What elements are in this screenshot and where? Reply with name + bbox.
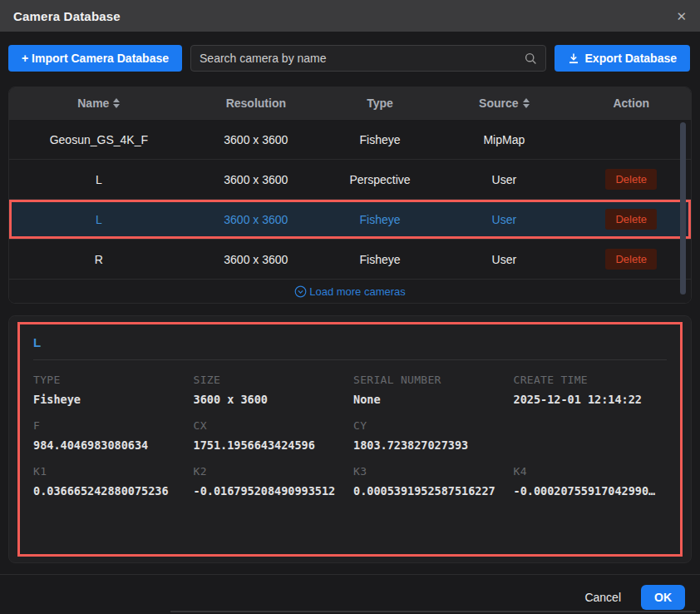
detail-field: K1 0.036665242880075236 (33, 465, 187, 498)
detail-field: F 984.4046983080634 (33, 419, 187, 452)
detail-field: TYPE Fisheye (33, 374, 187, 406)
load-more-cameras-link[interactable]: Load more cameras (9, 279, 691, 303)
column-label-name: Name (77, 97, 109, 110)
details-highlight-outline: L TYPE Fisheye SIZE 3600 x 3600 SERIAL N… (17, 322, 683, 557)
table-row[interactable]: R 3600 x 3600 Fisheye User Delete (9, 239, 691, 279)
table-scrollbar[interactable] (680, 122, 686, 295)
column-label-source: Source (479, 97, 518, 110)
sort-icon[interactable] (523, 98, 530, 108)
detail-field-value: 3600 x 3600 (194, 393, 348, 406)
search-box[interactable] (190, 45, 545, 72)
column-header-name[interactable]: Name (9, 97, 189, 110)
cell-source: User (436, 173, 571, 186)
cell-name: L (9, 213, 189, 226)
chevron-down-circle-icon (294, 285, 307, 298)
detail-field: K2 -0.016795208490993512 (194, 465, 348, 498)
cell-action: Delete (571, 209, 691, 230)
cell-resolution: 3600 x 3600 (189, 253, 323, 266)
detail-field-label: TYPE (33, 374, 187, 386)
cancel-button[interactable]: Cancel (584, 591, 621, 604)
dialog-title: Camera Database (13, 9, 121, 23)
cell-type: Fisheye (323, 133, 436, 146)
detail-field: CY 1803.723827027393 (353, 419, 507, 452)
table-row[interactable]: L 3600 x 3600 Fisheye User Delete (9, 199, 691, 239)
column-header-action: Action (571, 97, 691, 110)
sort-icon[interactable] (113, 98, 120, 108)
detail-field-value: 0.0005391952587516227 (353, 484, 507, 498)
detail-field-value: None (353, 393, 507, 406)
detail-field: SERIAL NUMBER None (353, 374, 507, 406)
cell-resolution: 3600 x 3600 (189, 213, 323, 226)
detail-field-value: 0.036665242880075236 (33, 484, 187, 498)
detail-field-label: CX (194, 419, 348, 432)
detail-field-label: CY (353, 419, 507, 432)
background-window-edge (170, 611, 696, 612)
detail-field-label: SERIAL NUMBER (353, 374, 507, 386)
load-more-label: Load more cameras (309, 285, 406, 298)
dialog-titlebar: Camera Database ✕ (0, 0, 700, 32)
detail-field-value: 984.4046983080634 (33, 438, 187, 452)
cell-type: Fisheye (323, 253, 436, 266)
detail-fields: TYPE Fisheye SIZE 3600 x 3600 SERIAL NUM… (33, 360, 667, 498)
detail-field-label: K2 (194, 465, 348, 478)
search-icon (525, 52, 537, 65)
cell-source: User (436, 213, 571, 226)
detail-field-label: F (33, 419, 187, 432)
detail-field: SIZE 3600 x 3600 (194, 374, 348, 406)
detail-field-value: Fisheye (33, 393, 187, 406)
detail-field-row: K1 0.036665242880075236 K2 -0.0167952084… (33, 452, 667, 498)
detail-field-value: 1803.723827027393 (353, 438, 507, 452)
table-row[interactable]: L 3600 x 3600 Perspective User Delete (9, 159, 691, 199)
detail-field-label: K1 (33, 465, 187, 478)
detail-field-value: -0.00020755917042990… (514, 484, 668, 498)
detail-field: CREATE TIME 2025-12-01 12:14:22 (514, 374, 668, 406)
camera-details-panel: L TYPE Fisheye SIZE 3600 x 3600 SERIAL N… (8, 315, 692, 563)
detail-field-label: CREATE TIME (514, 374, 668, 386)
column-header-type: Type (323, 97, 436, 110)
cell-resolution: 3600 x 3600 (189, 173, 323, 186)
delete-button[interactable]: Delete (605, 169, 657, 190)
detail-field-value: 1751.1956643424596 (194, 438, 348, 452)
cell-type: Perspective (323, 173, 436, 186)
cell-type: Fisheye (323, 213, 436, 226)
cell-resolution: 3600 x 3600 (189, 133, 323, 146)
column-header-source[interactable]: Source (436, 97, 571, 110)
ok-button[interactable]: OK (641, 585, 685, 610)
detail-field-label: K3 (353, 465, 507, 478)
detail-field-value: -0.016795208490993512 (194, 484, 348, 498)
detail-field-value: 2025-12-01 12:14:22 (514, 393, 668, 406)
column-header-resolution: Resolution (189, 97, 323, 110)
column-label-action: Action (613, 97, 649, 110)
column-label-type: Type (367, 97, 393, 110)
dialog-footer: Cancel OK (0, 574, 700, 610)
table-row[interactable]: Geosun_GS_4K_F 3600 x 3600 Fisheye MipMa… (9, 119, 691, 159)
cell-action: Delete (571, 169, 691, 190)
detail-field-row: TYPE Fisheye SIZE 3600 x 3600 SERIAL NUM… (33, 360, 667, 406)
camera-table: Name Resolution Type Source Action Geosu… (8, 87, 692, 304)
export-database-label: Export Database (585, 52, 677, 65)
cell-source: User (436, 253, 571, 266)
detail-field-label: SIZE (194, 374, 348, 386)
details-camera-name: L (33, 324, 667, 360)
table-header: Name Resolution Type Source Action (9, 87, 691, 119)
detail-field: K4 -0.00020755917042990… (514, 465, 668, 498)
table-body: Geosun_GS_4K_F 3600 x 3600 Fisheye MipMa… (9, 119, 691, 279)
search-input[interactable] (200, 52, 517, 65)
cell-action: Delete (571, 249, 691, 270)
cell-name: R (9, 253, 189, 266)
export-database-button[interactable]: Export Database (555, 45, 690, 72)
download-icon (568, 52, 579, 64)
cell-name: L (9, 173, 189, 186)
column-label-resolution: Resolution (226, 97, 286, 110)
delete-button[interactable]: Delete (605, 209, 657, 230)
detail-field-label: K4 (514, 465, 668, 478)
detail-field-row: F 984.4046983080634 CX 1751.195664342459… (33, 406, 667, 452)
cell-name: Geosun_GS_4K_F (9, 133, 189, 146)
detail-field: K3 0.0005391952587516227 (353, 465, 507, 498)
toolbar: + Import Camera Database Export Database (0, 32, 700, 72)
delete-button[interactable]: Delete (605, 249, 657, 270)
cell-source: MipMap (436, 133, 571, 146)
close-icon[interactable]: ✕ (676, 10, 687, 22)
import-camera-database-button[interactable]: + Import Camera Database (8, 45, 182, 72)
detail-field: CX 1751.1956643424596 (194, 419, 348, 452)
